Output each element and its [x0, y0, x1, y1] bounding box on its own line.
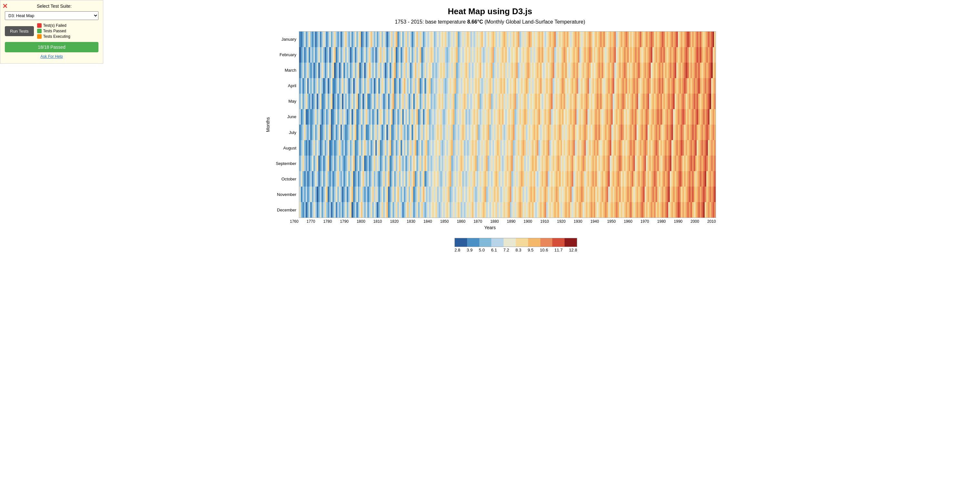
- x-tick-label: 1950: [607, 219, 616, 224]
- chart-title: Heat Map using D3.js: [6, 6, 974, 16]
- legend-label: Tests Executing: [43, 34, 70, 39]
- legend-container: Test(s) FailedTests PassedTests Executin…: [37, 23, 70, 39]
- y-axis-label: Months: [264, 31, 272, 218]
- color-legend-label: 2.8: [455, 248, 460, 253]
- x-tick-label: 1930: [574, 219, 582, 224]
- heatmap-cell[interactable]: [714, 186, 716, 202]
- color-bar-segment: [504, 238, 516, 247]
- month-label: February: [273, 47, 296, 62]
- heatmap-row: [299, 94, 716, 109]
- x-tick-label: 1780: [323, 219, 332, 224]
- x-tick-label: 1900: [523, 219, 532, 224]
- x-tick-label: 1820: [390, 219, 399, 224]
- subtitle-end: (Monthly Global Land-Surface Temperature…: [483, 19, 585, 24]
- color-bar-segment: [528, 238, 540, 247]
- color-legend: 2.83.95.06.17.28.39.510.611.712.8: [403, 238, 577, 253]
- heatmap-row: [299, 47, 716, 63]
- heatmap-row: [299, 186, 716, 202]
- heatmap-cell[interactable]: [714, 47, 716, 63]
- month-label: December: [273, 202, 296, 218]
- chart-subtitle: 1753 - 2015: base temperature 8.66°C (Mo…: [6, 19, 974, 25]
- x-axis-labels: 1760177017801790180018101820183018401850…: [264, 218, 716, 224]
- color-legend-label: 3.9: [467, 248, 473, 253]
- color-legend-label: 6.1: [491, 248, 497, 253]
- month-label: March: [273, 62, 296, 78]
- heatmap-cell[interactable]: [714, 63, 716, 78]
- x-tick-label: 2010: [707, 219, 716, 224]
- x-tick-label: 1770: [307, 219, 315, 224]
- x-tick-label: 1910: [540, 219, 549, 224]
- legend-item: Test(s) Failed: [37, 23, 70, 28]
- heatmap-row: [299, 156, 716, 171]
- month-label: May: [273, 94, 296, 109]
- heatmap-cell[interactable]: [714, 140, 716, 156]
- heatmap-cell[interactable]: [714, 109, 716, 125]
- x-tick-label: 1760: [290, 219, 299, 224]
- legend-color: [37, 29, 41, 33]
- month-label: October: [273, 172, 296, 187]
- color-legend-label: 7.2: [503, 248, 509, 253]
- x-tick-label: 1940: [590, 219, 599, 224]
- color-bar-segment: [540, 238, 553, 247]
- row-labels: JanuaryFebruaryMarchAprilMayJuneJulyAugu…: [273, 31, 299, 218]
- heatmap-row: [299, 125, 716, 140]
- color-legend-label: 9.5: [528, 248, 534, 253]
- color-bar-segment: [455, 238, 467, 247]
- x-tick-label: 1830: [407, 219, 415, 224]
- subtitle-temp: 8.66°C: [467, 19, 483, 24]
- color-legend-label: 8.3: [515, 248, 521, 253]
- x-tick-label: 1920: [557, 219, 566, 224]
- x-tick-label: 1870: [474, 219, 482, 224]
- heatmap-cell[interactable]: [714, 78, 716, 94]
- suite-select[interactable]: D3: Heat MapD3: Bar ChartD3: Scatterplot…: [5, 11, 99, 20]
- heatmap-area: Months JanuaryFebruaryMarchAprilMayJuneJ…: [264, 31, 716, 218]
- heatmap-row: [299, 171, 716, 186]
- x-tick-label: 1970: [640, 219, 649, 224]
- month-label: November: [273, 187, 296, 202]
- x-tick-label: 1960: [624, 219, 632, 224]
- month-label: April: [273, 78, 296, 94]
- color-legend-label: 12.8: [569, 248, 577, 253]
- heatmap-cell[interactable]: [714, 94, 716, 109]
- heatmap-cell[interactable]: [714, 171, 716, 186]
- color-bar: [455, 238, 577, 247]
- panel-title: Select Test Suite:: [5, 3, 99, 9]
- heatmap-row: [299, 202, 716, 218]
- color-bar-segment: [479, 238, 492, 247]
- heatmap-cell[interactable]: [714, 156, 716, 171]
- x-tick-label: 1800: [357, 219, 365, 224]
- heatmap-row: [299, 109, 716, 125]
- x-tick-label: 1840: [423, 219, 432, 224]
- month-label: June: [273, 109, 296, 125]
- color-bar-segment: [491, 238, 504, 247]
- legend-color: [37, 23, 41, 28]
- heatmap-row: [299, 32, 716, 47]
- heatmap-grid: [299, 31, 716, 218]
- x-tick-label: 2000: [690, 219, 699, 224]
- legend-item: Tests Passed: [37, 29, 70, 33]
- color-bar-segment: [565, 238, 577, 247]
- main-content: Heat Map using D3.js 1753 - 2015: base t…: [0, 0, 980, 259]
- x-tick-label: 1810: [374, 219, 382, 224]
- color-bar-segment: [467, 238, 479, 247]
- color-bar-segment: [516, 238, 528, 247]
- heatmap-cell[interactable]: [714, 32, 716, 47]
- test-panel: ✕ Select Test Suite: D3: Heat MapD3: Bar…: [0, 0, 103, 64]
- passed-button[interactable]: 18/18 Passed: [5, 42, 99, 52]
- legend-color: [37, 34, 41, 39]
- month-label: September: [273, 156, 296, 171]
- x-tick-label: 1890: [507, 219, 515, 224]
- heatmap-row: [299, 63, 716, 78]
- heatmap-cell[interactable]: [714, 202, 716, 218]
- month-label: January: [273, 31, 296, 47]
- heatmap-container: JanuaryFebruaryMarchAprilMayJuneJulyAugu…: [273, 31, 716, 218]
- legend-label: Tests Passed: [43, 29, 66, 33]
- color-legend-label: 11.7: [555, 248, 563, 253]
- ask-help-link[interactable]: Ask For Help: [5, 54, 99, 59]
- heatmap-cell[interactable]: [714, 125, 716, 140]
- close-button[interactable]: ✕: [2, 2, 8, 10]
- run-tests-button[interactable]: Run Tests: [5, 26, 34, 36]
- subtitle-start: 1753 - 2015: base temperature: [395, 19, 467, 24]
- x-tick-label: 1880: [490, 219, 499, 224]
- month-label: August: [273, 140, 296, 156]
